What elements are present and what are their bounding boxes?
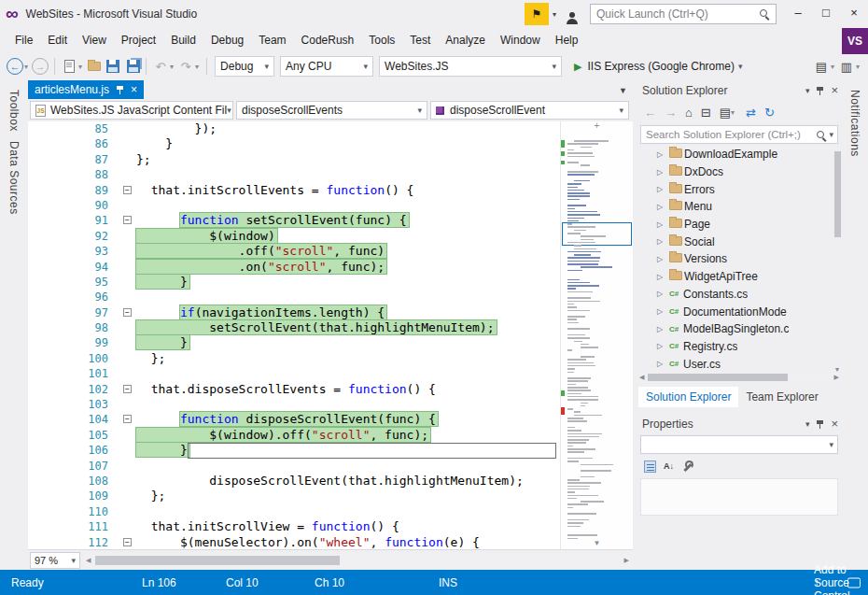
feedback-bubble-icon[interactable] (847, 577, 861, 588)
tree-item-modelbagsingleton-c[interactable]: ▷C#ModelBagSingleton.c (637, 320, 842, 338)
fold-collapse-icon[interactable]: − (123, 186, 132, 194)
expand-arrow-icon[interactable]: ▷ (657, 325, 669, 333)
alphabetical-sort-icon[interactable]: A↓ (664, 461, 674, 471)
code-line-112[interactable]: 112− $(menuSelector).on("wheel", functio… (28, 535, 560, 549)
code-line-108[interactable]: 108 disposeScrollEvent(that.highlightMen… (28, 474, 560, 489)
redo-icon[interactable]: ↷ (176, 56, 195, 77)
tree-item-constants-cs[interactable]: ▷C#Constants.cs (637, 286, 842, 304)
code-line-98[interactable]: 98 setScrollEvent(that.highlightMenuItem… (28, 320, 560, 335)
window-position-icon[interactable]: ▾ (805, 86, 810, 95)
expand-arrow-icon[interactable]: ▷ (657, 342, 669, 350)
code-line-111[interactable]: 111 that.initScrollView = function() { (28, 519, 560, 534)
zoom-select[interactable]: 97 %▾ (30, 552, 80, 569)
tree-item-versions[interactable]: ▷Versions (637, 250, 842, 268)
account-badge[interactable]: VS (842, 28, 868, 54)
redo-dropdown-icon[interactable]: ▾ (195, 63, 199, 71)
code-lines[interactable]: 85 });86 }87};8889− that.initScrollEvent… (28, 121, 560, 549)
tab-list-chevron-icon[interactable]: ▼ (619, 86, 633, 99)
scroll-down-icon[interactable]: ▼ (561, 539, 633, 547)
code-line-89[interactable]: 89− that.initScrollEvents = function() { (28, 183, 560, 198)
minimap-scrollbar[interactable]: + ▼ (560, 121, 633, 549)
undo-icon[interactable]: ↶ (151, 56, 170, 77)
expand-arrow-icon[interactable]: ▷ (657, 168, 669, 177)
menu-build[interactable]: Build (163, 30, 203, 50)
menu-test[interactable]: Test (402, 30, 438, 50)
tree-item-widgetapitree[interactable]: ▷WidgetApiTree (637, 268, 842, 286)
tree-item-downloadexample[interactable]: ▷DownloadExample (637, 146, 842, 163)
code-line-92[interactable]: 92 $(window) (28, 229, 560, 244)
menu-tools[interactable]: Tools (361, 30, 402, 50)
quick-launch-search[interactable] (590, 4, 777, 24)
horizontal-scrollbar-thumb[interactable] (95, 556, 340, 565)
find-dropdown-icon[interactable]: ▾ (831, 63, 834, 71)
code-line-99[interactable]: 99 } (28, 335, 560, 350)
flag-dropdown-icon[interactable]: ▾ (553, 10, 556, 19)
save-icon[interactable] (104, 56, 122, 77)
tab-toolbox[interactable]: Toolbox (7, 90, 21, 132)
code-line-91[interactable]: 91− function setScrollEvent(func) { (28, 213, 560, 228)
code-line-101[interactable]: 101 (28, 366, 560, 381)
tab-notifications[interactable]: Notifications (848, 90, 861, 157)
tree-horizontal-scrollbar[interactable]: ◀ ▶ (638, 373, 840, 382)
pin-icon[interactable] (816, 419, 824, 430)
start-debugging-button[interactable]: ▶ IIS Express (Google Chrome) ▾ (568, 55, 748, 78)
scroll-right-icon[interactable]: ▶ (624, 557, 629, 564)
properties-header[interactable]: Properties ▾ × (637, 414, 842, 434)
sync-with-active-document-icon[interactable]: ⇄ (746, 106, 756, 120)
fold-collapse-icon[interactable]: − (123, 415, 132, 423)
toolbar-options-dropdown-icon[interactable]: ▾ (856, 63, 860, 71)
scope-dropdown[interactable]: disposeScrollEvents ▾ (236, 101, 427, 120)
fold-collapse-icon[interactable]: − (123, 538, 132, 546)
code-line-103[interactable]: 103 (28, 397, 560, 412)
code-line-86[interactable]: 86 } (28, 136, 560, 151)
feedback-person-button[interactable] (562, 4, 582, 24)
fold-collapse-icon[interactable]: − (123, 385, 132, 393)
code-line-100[interactable]: 100 }; (28, 351, 560, 366)
close-icon[interactable]: × (831, 418, 838, 430)
back-icon[interactable]: ← (644, 106, 656, 120)
navigate-backward-icon[interactable]: ← (7, 58, 23, 75)
tree-item-documentationmode[interactable]: ▷C#DocumentationMode (637, 303, 842, 320)
scroll-down-icon[interactable]: ▼ (833, 366, 842, 373)
close-icon[interactable]: × (131, 84, 137, 95)
expand-arrow-icon[interactable]: ▷ (657, 150, 669, 159)
tab-data-sources[interactable]: Data Sources (7, 141, 21, 215)
search-options-icon[interactable]: ▾ (829, 130, 833, 139)
pin-icon[interactable] (816, 86, 824, 96)
collapse-all-icon[interactable]: ⊟ (701, 106, 711, 120)
solution-explorer-search-input[interactable] (641, 129, 816, 140)
send-feedback-flag-button[interactable]: ⚑ (525, 3, 549, 25)
expand-arrow-icon[interactable]: ▷ (657, 237, 669, 246)
tree-item-social[interactable]: ▷Social (637, 233, 842, 250)
solution-explorer-search[interactable]: ▾ (640, 125, 838, 144)
fold-collapse-icon[interactable]: − (123, 308, 132, 317)
code-line-95[interactable]: 95 } (28, 275, 560, 290)
expand-arrow-icon[interactable]: ▷ (657, 360, 669, 368)
fold-collapse-icon[interactable]: − (123, 216, 132, 224)
scroll-left-icon[interactable]: ◀ (639, 374, 644, 381)
code-line-85[interactable]: 85 }); (28, 121, 560, 136)
refresh-icon[interactable]: ↻ (764, 106, 775, 120)
code-line-107[interactable]: 107 (28, 459, 560, 474)
new-file-icon[interactable] (60, 56, 78, 77)
code-line-87[interactable]: 87}; (28, 152, 560, 167)
expand-arrow-icon[interactable]: ▷ (657, 203, 669, 211)
startup-project-select[interactable]: WebSites.JS▾ (379, 56, 562, 77)
forward-icon[interactable]: → (665, 106, 677, 120)
expand-arrow-icon[interactable]: ▷ (657, 273, 669, 281)
code-line-97[interactable]: 97− if(navigationItems.length) { (28, 305, 560, 320)
menu-debug[interactable]: Debug (203, 30, 251, 50)
code-line-94[interactable]: 94 .on("scroll", func); (28, 260, 560, 275)
menu-view[interactable]: View (75, 30, 114, 50)
navigate-forward-icon[interactable]: → (32, 58, 49, 75)
menu-analyze[interactable]: Analyze (438, 30, 493, 50)
window-position-icon[interactable]: ▾ (805, 419, 810, 429)
solution-configuration-select[interactable]: Debug▾ (215, 56, 274, 77)
expand-arrow-icon[interactable]: ▷ (657, 290, 669, 298)
new-file-dropdown-icon[interactable]: ▾ (78, 63, 82, 71)
tab-team-explorer[interactable]: Team Explorer (738, 387, 825, 407)
categorized-icon[interactable] (644, 460, 656, 473)
code-line-88[interactable]: 88 (28, 167, 560, 182)
menu-coderush[interactable]: CodeRush (294, 30, 362, 50)
scroll-right-icon[interactable]: ▶ (834, 374, 839, 381)
